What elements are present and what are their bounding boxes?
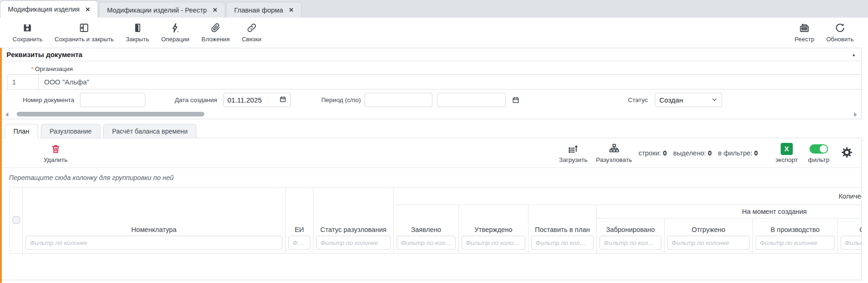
column-put-in-plan[interactable]: Поставить в план (529, 205, 597, 254)
window-tab-label: Главная форма (234, 6, 283, 14)
window-tab-registry[interactable]: Модификации изделий - Реестр ✕ (99, 2, 225, 18)
required-mark: * (31, 65, 33, 72)
scroll-right-icon[interactable] (854, 112, 857, 117)
save-and-close-button[interactable]: Сохранить и закрыть (49, 20, 120, 45)
save-button[interactable]: Сохранить (7, 20, 49, 45)
close-icon[interactable]: ✕ (212, 6, 217, 13)
created-date-value: 01.11.2025 (228, 96, 262, 104)
load-button[interactable]: Загрузить (559, 143, 588, 163)
created-date-label: Дата создания (175, 96, 217, 103)
organization-row-number: 1 (8, 75, 39, 89)
tab-time-balance[interactable]: Расчёт баланса времени (103, 124, 196, 138)
calendar-icon[interactable] (279, 96, 287, 104)
status-value: Создан (659, 96, 683, 104)
delete-label: Удалить (44, 156, 68, 163)
filter-input-unit[interactable] (288, 236, 310, 250)
plan-toolbar-right: Загрузить Разузловать строки:0 выделено:… (559, 143, 853, 163)
filter-input-free[interactable] (841, 236, 861, 250)
links-button[interactable]: Связки (236, 20, 268, 45)
upload-list-icon (568, 143, 579, 155)
plan-toolbar: Удалить Загрузить Разузловать строки:0 (2, 138, 861, 168)
scrollbar-thumb[interactable] (17, 112, 204, 116)
rows-counter: строки:0 (639, 149, 667, 157)
chevron-down-icon (711, 96, 718, 104)
save-close-icon (78, 22, 90, 34)
column-shipped[interactable]: Отгружено (665, 219, 753, 254)
tab-explosion[interactable]: Разузлование (41, 124, 101, 138)
close-button[interactable]: Закрыть (120, 20, 155, 45)
floppy-icon (22, 22, 33, 34)
requisites-header: Реквизиты документа ▲ (2, 48, 861, 61)
export-button[interactable]: X экспорт (776, 143, 798, 163)
explode-button[interactable]: Разузловать (596, 143, 632, 163)
requisites-title: Реквизиты документа (7, 51, 82, 58)
column-in-production[interactable]: В производство (753, 219, 838, 254)
filter-input-shipped[interactable] (667, 236, 750, 250)
registry-icon (799, 22, 810, 34)
window-tab-modification[interactable]: Модификация изделия ✕ (0, 0, 98, 18)
toggle-on-icon[interactable] (809, 144, 828, 154)
filter-input-approved[interactable] (462, 236, 525, 250)
status-label: Статус (628, 96, 648, 103)
filter-input-nomenclature[interactable] (26, 236, 282, 250)
column-explosion-status[interactable]: Статус разузлования (313, 188, 394, 254)
created-date-input[interactable]: 01.11.2025 (223, 93, 291, 107)
filter-input-put-in-plan[interactable] (531, 236, 594, 250)
gear-icon (841, 146, 853, 158)
operations-label: Операции (161, 36, 189, 43)
filter-input-explosion-status[interactable] (316, 236, 391, 250)
status-select[interactable]: Создан (655, 93, 722, 107)
doc-number-input[interactable] (80, 93, 145, 107)
select-all-cell[interactable] (10, 188, 23, 254)
doc-number-label: Номер документа (23, 96, 74, 103)
close-label: Закрыть (126, 36, 149, 43)
delete-button[interactable]: Удалить (44, 143, 68, 163)
period-label: Период (с/по) (321, 96, 361, 103)
period-to-input[interactable] (437, 93, 506, 107)
period-from-input[interactable] (365, 93, 432, 107)
operations-button[interactable]: Операции (155, 20, 196, 45)
window-tab-main-form[interactable]: Главная форма ✕ (226, 2, 301, 18)
work-area: Реквизиты документа ▲ *Организация 1 ООО… (0, 48, 868, 283)
explode-label: Разузловать (596, 156, 632, 163)
scroll-left-icon[interactable] (6, 112, 8, 117)
tree-icon (608, 143, 620, 155)
row-select-checkbox[interactable] (13, 216, 20, 224)
attachments-button[interactable]: Вложения (196, 20, 236, 45)
main-toolbar: Сохранить Сохранить и закрыть Закрыть Оп… (0, 18, 868, 46)
settings-button[interactable] (841, 146, 853, 160)
filter-input-requested[interactable] (397, 236, 456, 250)
organization-row[interactable]: 1 ООО "Альфа" (7, 74, 861, 90)
organization-label: *Организация (2, 61, 861, 74)
column-nomenclature[interactable]: Номенклатура (23, 188, 286, 254)
column-unit[interactable]: ЕИ (286, 188, 313, 254)
close-icon[interactable]: ✕ (289, 6, 294, 13)
section-tab-bar: План Разузлование Расчёт баланса времени (5, 122, 868, 138)
registry-label: Реестр (795, 36, 814, 43)
requisites-panel: Реквизиты документа ▲ *Организация 1 ООО… (2, 48, 862, 119)
filter-input-in-production[interactable] (756, 236, 835, 250)
export-label: экспорт (776, 156, 798, 163)
excel-icon: X (781, 143, 793, 155)
chain-link-icon (246, 22, 257, 34)
column-requested[interactable]: Заявлено (394, 205, 459, 254)
plan-grid: Номенклатура ЕИ Статус разузлования Коли… (2, 187, 861, 280)
refresh-button[interactable]: Обновить (820, 20, 860, 45)
column-free[interactable]: Свободно (838, 219, 862, 254)
column-reserved[interactable]: Забронировано (597, 219, 665, 254)
horizontal-scrollbar[interactable] (5, 110, 858, 118)
group-quantity: Количество (394, 188, 862, 205)
load-label: Загрузить (559, 156, 588, 163)
registry-button[interactable]: Реестр (789, 20, 820, 45)
tab-plan[interactable]: План (5, 124, 38, 138)
window-tab-bar: Модификация изделия ✕ Модификации издели… (0, 0, 868, 18)
document-fields-row: Номер документа Дата создания 01.11.2025… (2, 90, 861, 110)
plan-panel: Удалить Загрузить Разузловать строки:0 (2, 138, 862, 280)
period-calendar-icon[interactable] (512, 96, 520, 104)
filter-toggle[interactable]: фильтр (808, 143, 829, 163)
group-by-hint: Перетащите сюда колонку для группировки … (2, 168, 861, 187)
collapse-caret-icon[interactable]: ▲ (852, 48, 856, 61)
close-icon[interactable]: ✕ (85, 6, 90, 13)
column-approved[interactable]: Утверждено (459, 205, 529, 254)
filter-input-reserved[interactable] (600, 236, 661, 250)
